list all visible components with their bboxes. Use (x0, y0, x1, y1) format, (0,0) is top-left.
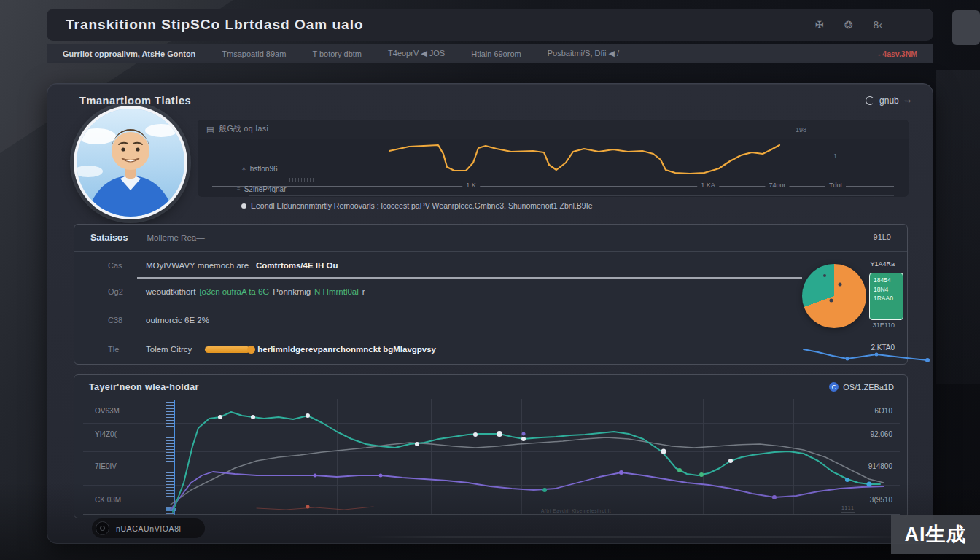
record-icon (96, 521, 109, 535)
ai-watermark: AI生成 (891, 515, 980, 554)
right-value-3: 914800 (844, 462, 892, 470)
table-header-value: 91L0 (874, 233, 891, 241)
bullet-icon (241, 203, 246, 209)
row-bold-text: Comtrtoms/4E IH Ou (256, 261, 338, 270)
header-icons: ✠ ❂ 8‹ (815, 19, 882, 31)
table-row[interactable]: Og2 weoudtkithort [o3cn oufraA ta 6G Pon… (74, 277, 907, 306)
green-badge[interactable]: 18454 18N4 1RAA0 (869, 273, 903, 320)
row-green-text: N Hmrntl0al (314, 287, 359, 296)
holder-lines-chart (74, 399, 909, 516)
row-id: Og2 (108, 287, 146, 296)
nav-item-3[interactable]: T botory dbtm (312, 50, 362, 58)
ornament-icon-2[interactable]: ❂ (844, 19, 853, 31)
watermark-text: AI生成 (905, 521, 967, 548)
y-label-1: OV63M (95, 407, 146, 415)
avatar-illustration (77, 109, 184, 217)
main-nav: Gurriiot opproalivm, AtsHe Gonton Tmsapo… (47, 44, 933, 63)
tab-moileme[interactable]: Moileme Rea— (147, 233, 204, 242)
table-row[interactable]: Tle Tolem Citrcy herlimnldgerevpanrchonm… (74, 335, 907, 364)
ornament-icon-1[interactable]: ✠ (815, 19, 824, 31)
row-id: Tle (108, 345, 146, 354)
red-series-line (257, 507, 373, 510)
screen: Transkitionn StipSCo Lbrtdasd Oam ualo ✠… (0, 0, 980, 560)
row-separator (83, 451, 900, 452)
legend-1-icon: ∗ (241, 166, 246, 172)
small-value-mid: 1 (833, 152, 837, 160)
blue-trend-line (804, 349, 928, 360)
nav-item-4[interactable]: T4eoprV ◀ JOS (388, 49, 445, 58)
nav-item-5[interactable]: Htlaln 69orom (471, 50, 521, 58)
profile-avatar[interactable] (74, 106, 187, 219)
gridline (431, 399, 432, 514)
legend-2-icon: ≡ (237, 186, 241, 192)
badge-line: 1RAA0 (874, 295, 899, 302)
status-table-panel: Sataisos Moileme Rea— 91L0 Cas MOyIVWAVY… (74, 224, 908, 365)
secondary-axis-line (249, 195, 894, 196)
panel-header-text: 般G战 oq lasi (219, 124, 268, 134)
right-value-1: 6O10 (844, 407, 892, 415)
scissors-icon[interactable]: 8‹ (874, 19, 882, 31)
row-green-text: [o3cn oufraA ta 6G (199, 287, 269, 296)
row-id: C38 (108, 316, 146, 324)
pie-dots (802, 264, 866, 328)
panel-icon: ▤ (206, 125, 214, 134)
axis-baseline (83, 514, 900, 515)
gridline (521, 399, 522, 514)
side-value-top: Y1A4Ra (851, 260, 895, 268)
background-shard (936, 70, 980, 384)
legend-1-label: hsflon96 (250, 165, 278, 173)
more-icon[interactable]: ⇝ (904, 96, 911, 106)
table-header: Sataisos Moileme Rea— (74, 225, 907, 252)
gridline (793, 399, 794, 514)
row-text: Ponnkrnig (273, 287, 311, 296)
row-text: MOyIVWAVY mnemoch are (146, 261, 249, 270)
right-value-4: 3(9510 (844, 496, 892, 504)
legend-2-label: S2lneP4qnar (244, 185, 287, 193)
row-trend-sparkline (800, 345, 946, 364)
horizontal-scrollbar[interactable] (365, 536, 908, 538)
row-text: Tolem Citrcy (146, 345, 192, 354)
dashboard-card: Tmanartloom Tlatles gnub ⇝ (47, 83, 933, 544)
row-separator (83, 485, 900, 486)
row-bold-text: herlimnldgerevpanrchonmnckt bgMlavgpvsy (257, 345, 436, 354)
refresh-icon (866, 96, 874, 105)
footer-pill-label: nUACAUnVIOA8l (116, 524, 182, 533)
tiny-footnote: Aftri Eavdril Kisemetesilrct lt (541, 508, 611, 513)
holder-chart-panel: Tayeir'neon wlea-holdar C OS/1.ZEBa1D OV… (74, 374, 908, 518)
gridline (703, 399, 704, 514)
y-label-2: YI4Z0( (95, 430, 146, 438)
card-title: Tmanartloom Tlatles (79, 95, 191, 106)
refresh-label: gnub (879, 96, 899, 106)
blue-tick-scale (166, 400, 175, 515)
summary-note: Eeondl Elduncnnmtnrtly Remoovarls : lcoc… (241, 201, 693, 210)
table-row[interactable]: C38 outmorcic 6E 2% (74, 306, 907, 335)
nav-item-2[interactable]: Tmsapoatid 89am (222, 50, 286, 58)
profile-sparkline-panel: ▤ 般G战 oq lasi 1 K 1 KA 74oor Tdot ∗ hsfl… (198, 120, 909, 197)
side-value-mid: 31E110 (851, 322, 895, 329)
x-tick-1: 1 K (462, 182, 480, 189)
x-axis-line (212, 186, 894, 187)
right-value-2: 92.060 (844, 430, 892, 438)
nav-item-1[interactable]: Gurriiot opproalivm, AtsHe Gonton (63, 50, 195, 58)
teal-series-line (173, 412, 880, 512)
table-row[interactable]: Cas MOyIVWAVY mnemoch are Comtrtoms/4E I… (74, 251, 907, 280)
y-label-3: 7IE0IV (95, 462, 146, 470)
badge-line: 18454 (874, 277, 899, 284)
row-id: Cas (108, 261, 146, 270)
x-tick-3: 74oor (765, 182, 789, 189)
legend-row-1: ∗ hsflon96 (241, 165, 278, 173)
y-label-4: CK 03M (95, 496, 146, 504)
progress-pill (205, 346, 250, 353)
holder-chart-link[interactable]: C OS/1.ZEBa1D (829, 382, 894, 392)
nav-alert-value: - 4asv.3NM (878, 50, 917, 58)
tab-sataisos[interactable]: Sataisos (90, 233, 128, 243)
app-header: Transkitionn StipSCo Lbrtdasd Oam ualo ✠… (47, 9, 933, 41)
yellow-series-line (389, 145, 779, 174)
note-text: Eeondl Elduncnnmtnrtly Remoovarls : lcoc… (251, 201, 592, 210)
row-text: r (362, 287, 365, 296)
footer-pill-button[interactable]: nUACAUnVIOA8l (92, 518, 205, 538)
refresh-button[interactable]: gnub ⇝ (866, 96, 911, 106)
tiny-marks: 1111 (841, 505, 855, 513)
nav-item-6[interactable]: Posbaitmi/S, Dfii ◀ / (548, 49, 619, 58)
x-tick-2: 1 KA (697, 182, 719, 189)
